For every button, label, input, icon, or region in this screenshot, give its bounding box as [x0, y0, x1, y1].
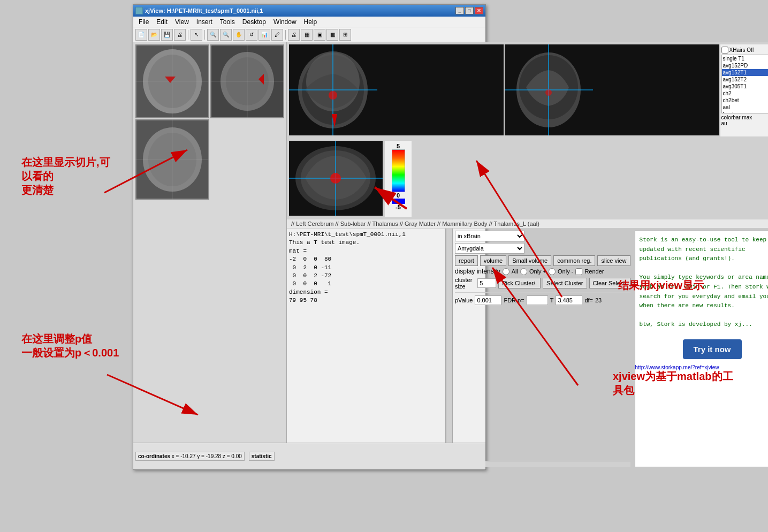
- toolbar-sep3: [285, 30, 286, 40]
- coords-bar: co-ordinates x = -10.27 y = -19.28 z = 0…: [133, 443, 485, 469]
- try-it-now-button[interactable]: Try it now: [683, 339, 742, 359]
- toolbar-sep1: [188, 30, 188, 40]
- option-avg305t1[interactable]: avg305T1: [722, 83, 768, 90]
- menu-window[interactable]: Window: [270, 17, 300, 27]
- xhairs-label: XHairs Off: [729, 47, 754, 53]
- options-list[interactable]: single T1 avg152PD avg152T1 avg152T2 avg…: [721, 55, 768, 113]
- title-bar: xjView: H:\PET-MRI\t_test\spmT_0001.nii,…: [133, 5, 485, 17]
- toolbar-zoom-out[interactable]: 🔍: [220, 29, 232, 41]
- toolbar-datacon[interactable]: 📊: [258, 29, 270, 41]
- radio-only-plus-label: Only +: [529, 268, 546, 275]
- toolbar-zoom-in[interactable]: 🔍: [207, 29, 219, 41]
- df-value: 23: [595, 297, 602, 303]
- pvalue-label: pValue: [455, 297, 473, 303]
- pick-cluster-button[interactable]: Pick Cluster/.: [498, 278, 541, 288]
- toolbar-brush[interactable]: 🖊: [271, 29, 283, 41]
- brain-view-axial[interactable]: [289, 141, 383, 216]
- display-intensity-row: display intensity All Only + Only - Rend…: [455, 268, 630, 275]
- fdr-input[interactable]: [527, 295, 548, 305]
- close-button[interactable]: ✕: [475, 7, 483, 14]
- menu-file[interactable]: File: [135, 17, 152, 27]
- menu-tools[interactable]: Tools: [217, 17, 238, 27]
- toolbar-layout2[interactable]: ▣: [314, 29, 325, 41]
- radio-only-plus[interactable]: [520, 268, 527, 275]
- bottom-section: H:\PET-MRI\t_test\spmT_0001.nii,1 This a…: [287, 229, 768, 469]
- brain-view-sagittal[interactable]: [289, 44, 504, 135]
- report-button[interactable]: report: [455, 255, 478, 266]
- brain-slice-bl[interactable]: [135, 119, 209, 200]
- radio-all[interactable]: [503, 268, 510, 275]
- brain-views-top: XHairs Off single T1 avg152PD avg152T1 a…: [287, 42, 768, 139]
- toolbar-new[interactable]: 📄: [135, 29, 147, 41]
- minimize-button[interactable]: _: [455, 7, 464, 14]
- info-scrollbar[interactable]: [446, 229, 452, 469]
- pvalue-input[interactable]: [475, 295, 501, 305]
- common-reg-button[interactable]: common reg.: [553, 255, 595, 266]
- dropdown-row-1: in xBrain: [455, 231, 630, 241]
- toolbar-cursor[interactable]: ↖: [191, 29, 202, 41]
- t-input[interactable]: [556, 295, 582, 305]
- toolbar-layout3[interactable]: ▩: [326, 29, 338, 41]
- option-ch2[interactable]: ch2: [722, 90, 768, 97]
- toolbar: 📄 📂 💾 🖨 ↖ 🔍 🔍 ✋ ↺ 📊 🖊 🖨 ▦ ▣ ▩ ⊞: [133, 27, 485, 42]
- info-text: H:\PET-MRI\t_test\spmT_0001.nii,1 This a…: [289, 231, 443, 305]
- status-text: // Left Cerebrum // Sub-lobar // Thalamu…: [291, 221, 539, 227]
- option-aal[interactable]: aal: [722, 104, 768, 111]
- annotation-2: 在这里调整p值一般设置为p＜0.001: [21, 332, 128, 360]
- toolbar-pan[interactable]: ✋: [233, 29, 245, 41]
- option-ch2bet[interactable]: ch2bet: [722, 97, 768, 104]
- toolbar-open[interactable]: 📂: [148, 29, 160, 41]
- coords-section-label: co-ordinates: [138, 453, 170, 459]
- content-area: XHairs Off single T1 avg152PD avg152T1 a…: [133, 42, 485, 469]
- option-single-t1[interactable]: single T1: [722, 55, 768, 62]
- region-select[interactable]: Amygdala: [455, 243, 524, 254]
- brain-view-coronal[interactable]: [505, 44, 719, 135]
- brain-slice-tl[interactable]: [135, 44, 209, 118]
- radio-group: All Only + Only - Render: [503, 268, 604, 275]
- controls-panel: in xBrain Amygdala report volume Small v…: [453, 229, 633, 469]
- menu-edit[interactable]: Edit: [153, 17, 171, 27]
- render-checkbox[interactable]: [575, 268, 582, 275]
- menu-help[interactable]: Help: [301, 17, 321, 27]
- display-intensity-label: display intensity: [455, 268, 500, 275]
- colorbar-min: -5: [396, 204, 401, 210]
- buttons-row-1: report volume Small volume common reg. s…: [455, 255, 630, 266]
- brain-slices-panel: [133, 42, 287, 469]
- svg-point-26: [329, 91, 337, 100]
- volume-button[interactable]: volume: [480, 255, 506, 266]
- cluster-size-input[interactable]: [477, 278, 496, 288]
- menu-desktop[interactable]: Desktop: [239, 17, 269, 27]
- menu-view[interactable]: View: [172, 17, 192, 27]
- toolbar-layout4[interactable]: ⊞: [339, 29, 351, 41]
- brain-views-bottom: 5 0 -5: [287, 139, 768, 219]
- toolbar-rotate[interactable]: ↺: [246, 29, 257, 41]
- y-value: -19.28: [206, 453, 221, 459]
- brain-slice-tr[interactable]: [210, 44, 284, 118]
- xhairs-checkbox[interactable]: [721, 47, 728, 54]
- toolbar-save[interactable]: 💾: [161, 29, 173, 41]
- option-brodmann[interactable]: brodmann: [722, 111, 768, 113]
- brain-region-select[interactable]: in xBrain: [455, 231, 524, 241]
- option-avg152t2[interactable]: avg152T2: [722, 76, 768, 83]
- render-label: Render: [584, 268, 604, 275]
- option-avg152pd[interactable]: avg152PD: [722, 62, 768, 69]
- status-bar: // Left Cerebrum // Sub-lobar // Thalamu…: [287, 219, 768, 229]
- toolbar-print[interactable]: 🖨: [174, 29, 186, 41]
- info-panel: H:\PET-MRI\t_test\spmT_0001.nii,1 This a…: [287, 229, 446, 469]
- menu-insert[interactable]: Insert: [193, 17, 216, 27]
- colorbar-mid: 0: [397, 192, 400, 199]
- separator1: [455, 292, 630, 293]
- slice-view-button[interactable]: slice view: [597, 255, 630, 266]
- y-label: y =: [197, 453, 204, 459]
- toolbar-print2[interactable]: 🖨: [288, 29, 300, 41]
- x-label: x =: [172, 453, 179, 459]
- small-volume-button[interactable]: Small volume: [508, 255, 551, 266]
- coords-section: co-ordinates x = -10.27 y = -19.28 z = 0…: [135, 452, 245, 461]
- maximize-button[interactable]: □: [465, 7, 474, 14]
- radio-only-minus[interactable]: [549, 268, 556, 275]
- select-cluster-button[interactable]: Select Cluster: [543, 278, 587, 288]
- toolbar-layout1[interactable]: ▦: [301, 29, 313, 41]
- window-title: xjView: H:\PET-MRI\t_test\spmT_0001.nii,…: [145, 7, 263, 14]
- svg-point-33: [545, 89, 552, 96]
- option-avg152t1[interactable]: avg152T1: [722, 69, 768, 76]
